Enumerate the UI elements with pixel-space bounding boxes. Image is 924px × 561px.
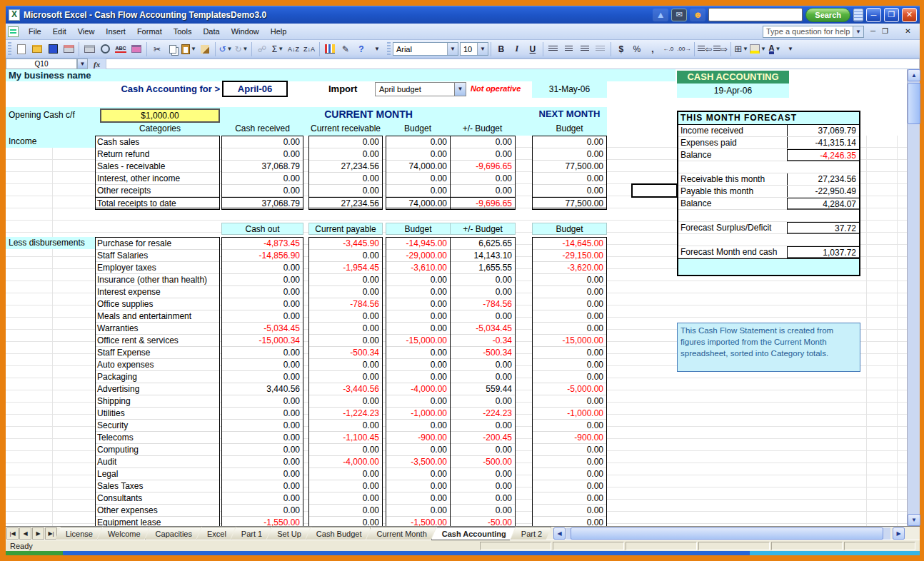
cell[interactable]: -29,150.00 bbox=[533, 250, 606, 262]
percent-button[interactable]: % bbox=[630, 42, 644, 56]
cell[interactable]: 0.00 bbox=[222, 468, 303, 480]
cell[interactable]: 0.00 bbox=[451, 371, 515, 383]
cell[interactable]: Advertising bbox=[96, 383, 219, 395]
tab-welcome[interactable]: Welcome bbox=[97, 527, 150, 540]
insert-function-button[interactable]: fx bbox=[94, 60, 100, 69]
cell[interactable]: Audit bbox=[96, 456, 219, 468]
cell[interactable]: 0.00 bbox=[309, 310, 382, 323]
search-input[interactable] bbox=[708, 8, 803, 21]
cell[interactable]: 0.00 bbox=[222, 420, 303, 432]
cell[interactable]: -15,000.34 bbox=[222, 335, 303, 347]
cell[interactable]: 0.00 bbox=[386, 286, 450, 298]
cell[interactable]: 0.00 bbox=[222, 480, 303, 492]
cell[interactable]: -5,000.00 bbox=[533, 383, 606, 395]
disb-cash-out-column[interactable]: -4,873.45-14,856.900.000.000.000.000.00-… bbox=[221, 237, 303, 526]
borders-button[interactable]: ⊞▼ bbox=[734, 42, 748, 56]
autosum-button[interactable]: Σ▼ bbox=[271, 42, 285, 56]
cell[interactable]: 0.00 bbox=[309, 136, 382, 148]
period-cell[interactable]: April-06 bbox=[222, 81, 288, 97]
cell[interactable]: 0.00 bbox=[451, 420, 515, 432]
cell[interactable]: 0.00 bbox=[533, 420, 606, 432]
cell[interactable]: -1,954.45 bbox=[309, 262, 382, 274]
cell[interactable]: 0.00 bbox=[386, 173, 450, 185]
menu-help[interactable]: Help bbox=[265, 25, 293, 38]
cell[interactable]: Office rent & services bbox=[96, 335, 219, 347]
menu-insert[interactable]: Insert bbox=[100, 25, 131, 38]
cell[interactable]: 0.00 bbox=[222, 432, 303, 444]
cell[interactable]: Interest expense bbox=[96, 286, 219, 298]
cell[interactable]: Cash sales bbox=[96, 136, 219, 148]
close-button[interactable]: ✕ bbox=[902, 8, 917, 22]
cell[interactable]: -14,645.00 bbox=[533, 238, 606, 250]
tab-cash-accounting[interactable]: Cash Accounting bbox=[431, 527, 516, 540]
increase-decimal-button[interactable]: ←.0 bbox=[661, 42, 676, 56]
prev-sheet-button[interactable]: ◀ bbox=[19, 527, 31, 540]
forecast-value[interactable]: 1,037.72 bbox=[787, 246, 859, 258]
cell[interactable]: 0.00 bbox=[533, 274, 606, 286]
cell[interactable]: Sales - receivable bbox=[96, 161, 219, 173]
cell[interactable]: 0.00 bbox=[533, 395, 606, 408]
cell[interactable]: 14,143.10 bbox=[451, 250, 515, 262]
cell[interactable]: Return refund bbox=[96, 148, 219, 161]
bold-button[interactable]: B bbox=[494, 42, 508, 56]
font-size-combo[interactable]: 10▼ bbox=[460, 42, 488, 56]
cell[interactable]: -1,500.00 bbox=[386, 517, 450, 526]
cell[interactable]: -900.00 bbox=[533, 432, 606, 444]
cell[interactable]: 0.00 bbox=[386, 492, 450, 505]
person-icon[interactable]: ☻ bbox=[690, 9, 705, 21]
cell[interactable]: 0.00 bbox=[533, 456, 606, 468]
cell[interactable]: -4,873.45 bbox=[222, 238, 303, 250]
cell[interactable]: 0.00 bbox=[451, 359, 515, 371]
toolbar-options-chevron[interactable]: ▼ bbox=[783, 42, 798, 56]
import-dropdown[interactable]: April budget ▼ bbox=[375, 82, 466, 96]
tab-part-1[interactable]: Part 1 bbox=[231, 527, 271, 540]
cell[interactable]: 0.00 bbox=[386, 185, 450, 197]
forecast-value[interactable]: -4,246.35 bbox=[787, 149, 859, 161]
cell[interactable]: 0.00 bbox=[533, 173, 606, 185]
cell[interactable]: 0.00 bbox=[533, 148, 606, 161]
cell[interactable]: 0.00 bbox=[222, 298, 303, 310]
sidebar-toggle-icon[interactable] bbox=[853, 9, 863, 21]
copy-button[interactable] bbox=[166, 42, 180, 56]
cell[interactable]: 0.00 bbox=[533, 492, 606, 505]
cell[interactable]: 0.00 bbox=[386, 347, 450, 359]
cell[interactable]: 0.00 bbox=[309, 492, 382, 505]
cell[interactable]: 0.00 bbox=[309, 444, 382, 456]
toolbar-grip[interactable] bbox=[387, 42, 391, 56]
cell[interactable]: 37,068.79 bbox=[222, 161, 303, 173]
cell[interactable]: 0.00 bbox=[533, 298, 606, 310]
cell[interactable]: Equipment lease bbox=[96, 517, 219, 526]
cell[interactable]: 0.00 bbox=[451, 286, 515, 298]
cell[interactable]: 3,440.56 bbox=[222, 383, 303, 395]
menu-view[interactable]: View bbox=[72, 25, 101, 38]
underline-button[interactable]: U bbox=[526, 42, 540, 56]
hyperlink-button[interactable]: ☍ bbox=[255, 42, 269, 56]
forecast-value[interactable]: -22,950.49 bbox=[787, 186, 859, 197]
cell[interactable]: -3,620.00 bbox=[533, 262, 606, 274]
cell[interactable]: -1,100.45 bbox=[309, 432, 382, 444]
currency-button[interactable]: $ bbox=[614, 42, 628, 56]
horizontal-scroll-thumb[interactable] bbox=[571, 527, 883, 540]
cell[interactable]: 74,000.00 bbox=[386, 197, 450, 209]
paste-button[interactable]: ▼ bbox=[181, 42, 196, 56]
cell[interactable]: 0.00 bbox=[309, 250, 382, 262]
chevron-down-icon[interactable]: ▼ bbox=[853, 26, 863, 37]
cell[interactable]: Utilities bbox=[96, 408, 219, 420]
cell[interactable]: -15,000.00 bbox=[386, 335, 450, 347]
cell[interactable]: -3,500.00 bbox=[386, 456, 450, 468]
help-button[interactable]: ? bbox=[354, 42, 368, 56]
cell[interactable]: 0.00 bbox=[309, 185, 382, 197]
cell[interactable]: -4,000.00 bbox=[309, 456, 382, 468]
cell[interactable]: -5,034.45 bbox=[451, 323, 515, 335]
cell[interactable]: -1,000.00 bbox=[386, 408, 450, 420]
cell[interactable]: Telecoms bbox=[96, 432, 219, 444]
format-painter-button[interactable] bbox=[198, 42, 212, 56]
vertical-scroll-thumb[interactable] bbox=[908, 83, 920, 124]
chart-wizard-button[interactable] bbox=[323, 42, 337, 56]
cell[interactable]: Warranties bbox=[96, 323, 219, 335]
menu-data[interactable]: Data bbox=[197, 25, 225, 38]
cell[interactable]: -784.56 bbox=[309, 298, 382, 310]
cell[interactable]: Interest, other income bbox=[96, 173, 219, 185]
cell[interactable]: 0.00 bbox=[386, 444, 450, 456]
align-center-button[interactable] bbox=[562, 42, 576, 56]
